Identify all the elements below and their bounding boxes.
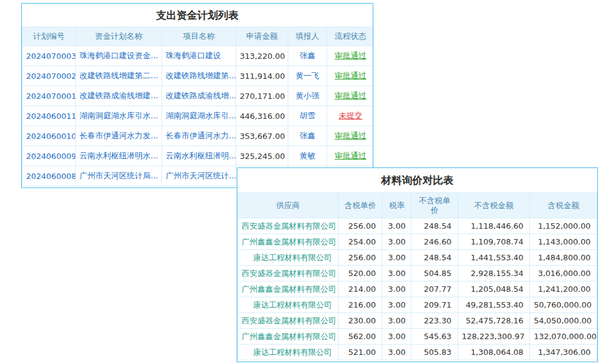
reporter-cell[interactable]: 张鑫 [288, 126, 327, 146]
amount-no-tax-cell: 1,109,708.74 [458, 234, 530, 250]
table-row: 广州鑫鑫金属材料有限公司254.003.00246.601,109,708.74… [238, 234, 597, 250]
supplier-cell[interactable]: 广州鑫鑫金属材料有限公司 [238, 281, 339, 297]
supplier-cell[interactable]: 康达工程材料有限公司 [238, 297, 339, 313]
table-row: 2024060009云南水利枢纽潜明水...云南水利枢纽潜明...325,245… [22, 146, 374, 166]
amount-with-tax-cell: 1,347,306.00 [530, 345, 597, 360]
fund-plan-name-cell[interactable]: 改建铁路线增建第二... [76, 66, 162, 86]
fund-plan-name-cell[interactable]: 广州市天河区统计局... [76, 166, 162, 186]
tax-rate-cell: 3.00 [382, 297, 412, 313]
column-header: 项目名称 [162, 27, 236, 46]
request-amount-cell: 270,171.00 [236, 86, 288, 106]
unit-price-with-tax-cell: 521.00 [338, 345, 382, 360]
tax-rate-cell: 3.00 [382, 313, 412, 329]
header-row: 计划编号资金计划名称项目名称申请金额填报人流程状态 [22, 27, 374, 46]
supplier-cell[interactable]: 西安盛器金属材料有限公司 [238, 218, 339, 234]
column-header: 不含税金额 [458, 193, 530, 218]
project-name-cell[interactable]: 广州市天河区统计... [162, 166, 236, 186]
plan-id-cell[interactable]: 2024070001 [22, 86, 76, 106]
material-quote-table-header: 供应商含税单价税率不含税单价不含税金额含税金额 [238, 193, 597, 218]
supplier-cell[interactable]: 西安盛器金属材料有限公司 [238, 266, 339, 281]
amount-no-tax-cell: 1,308,064.08 [458, 345, 530, 360]
supplier-cell[interactable]: 康达工程材料有限公司 [238, 345, 339, 360]
expenditure-plan-table: 计划编号资金计划名称项目名称申请金额填报人流程状态 2024070003珠海鹤港… [22, 27, 373, 186]
column-header: 填报人 [288, 27, 327, 46]
unit-price-no-tax-cell: 246.60 [412, 234, 458, 250]
supplier-cell[interactable]: 西安盛器金属材料有限公司 [238, 313, 339, 329]
request-amount-cell: 313,220.00 [236, 46, 288, 66]
workflow-status-cell[interactable]: 审批通过 [327, 146, 374, 166]
amount-no-tax-cell: 49,281,553.40 [458, 297, 530, 313]
tax-rate-cell: 3.00 [382, 234, 412, 250]
supplier-cell[interactable]: 康达工程材料有限公司 [238, 250, 339, 266]
reporter-cell[interactable]: 张鑫 [288, 46, 327, 66]
amount-with-tax-cell: 1,241,200.00 [530, 281, 597, 297]
table-row: 2024060011湖南洞庭湖水库引水...湖南洞庭湖水库引...446,316… [22, 106, 374, 126]
table-row: 康达工程材料有限公司216.003.00209.7149,281,553.405… [238, 297, 597, 313]
workflow-status-cell[interactable]: 审批通过 [327, 126, 374, 146]
project-name-cell[interactable]: 珠海鹤港口建设 [162, 46, 236, 66]
expenditure-plan-title: 支出资金计划列表 [22, 4, 373, 27]
reporter-cell[interactable]: 黄敏 [288, 146, 327, 166]
plan-id-cell[interactable]: 2024060008 [22, 166, 76, 186]
workflow-status-cell[interactable]: 审批通过 [327, 46, 374, 66]
workflow-status-cell[interactable]: 审批通过 [327, 66, 374, 86]
reporter-cell[interactable]: 胡雪 [288, 106, 327, 126]
plan-id-cell[interactable]: 2024060009 [22, 146, 76, 166]
amount-no-tax-cell: 2,928,155.34 [458, 266, 530, 281]
header-row: 供应商含税单价税率不含税单价不含税金额含税金额 [238, 193, 597, 218]
table-row: 西安盛器金属材料有限公司230.003.00223.3052,475,728.1… [238, 313, 597, 329]
fund-plan-name-cell[interactable]: 珠海鹤港口建设资金... [76, 46, 162, 66]
plan-id-cell[interactable]: 2024060010 [22, 126, 76, 146]
unit-price-no-tax-cell: 207.77 [412, 281, 458, 297]
supplier-cell[interactable]: 广州鑫鑫金属材料有限公司 [238, 234, 339, 250]
amount-no-tax-cell: 128,223,300.97 [458, 329, 530, 345]
amount-no-tax-cell: 1,205,048.54 [458, 281, 530, 297]
workflow-status-cell[interactable]: 审批通过 [327, 86, 374, 106]
unit-price-with-tax-cell: 230.00 [338, 313, 382, 329]
project-name-cell[interactable]: 长春市伊通河水力... [162, 126, 236, 146]
unit-price-with-tax-cell: 254.00 [338, 234, 382, 250]
tax-rate-cell: 3.00 [382, 218, 412, 234]
project-name-cell[interactable]: 云南水利枢纽潜明... [162, 146, 236, 166]
workflow-status-cell[interactable]: 未提交 [327, 106, 374, 126]
unit-price-no-tax-cell: 248.54 [412, 250, 458, 266]
tax-rate-cell: 3.00 [382, 329, 412, 345]
reporter-cell[interactable]: 黄一飞 [288, 66, 327, 86]
supplier-cell[interactable]: 广州鑫鑫金属材料有限公司 [238, 329, 339, 345]
amount-no-tax-cell: 52,475,728.16 [458, 313, 530, 329]
fund-plan-name-cell[interactable]: 改建铁路成渝线增建... [76, 86, 162, 106]
reporter-cell[interactable]: 黄小强 [288, 86, 327, 106]
fund-plan-name-cell[interactable]: 长春市伊通河水力发... [76, 126, 162, 146]
column-header: 计划编号 [22, 27, 76, 46]
amount-with-tax-cell: 132,070,000.00 [530, 329, 597, 345]
expenditure-plan-table-body: 2024070003珠海鹤港口建设资金...珠海鹤港口建设313,220.00张… [22, 46, 374, 186]
table-row: 康达工程材料有限公司521.003.00505.831,308,064.081,… [238, 345, 597, 360]
fund-plan-name-cell[interactable]: 云南水利枢纽潜明水... [76, 146, 162, 166]
project-name-cell[interactable]: 湖南洞庭湖水库引... [162, 106, 236, 126]
table-row: 西安盛器金属材料有限公司520.003.00504.852,928,155.34… [238, 266, 597, 281]
unit-price-with-tax-cell: 256.00 [338, 250, 382, 266]
table-row: 康达工程材料有限公司256.003.00248.541,441,553.401,… [238, 250, 597, 266]
unit-price-with-tax-cell: 562.00 [338, 329, 382, 345]
request-amount-cell: 353,667.00 [236, 126, 288, 146]
project-name-cell[interactable]: 改建铁路成渝线增... [162, 86, 236, 106]
unit-price-no-tax-cell: 505.83 [412, 345, 458, 360]
table-row: 2024060010长春市伊通河水力发...长春市伊通河水力...353,667… [22, 126, 374, 146]
amount-with-tax-cell: 1,152,000.00 [530, 218, 597, 234]
table-row: 2024070003珠海鹤港口建设资金...珠海鹤港口建设313,220.00张… [22, 46, 374, 66]
table-row: 2024070002改建铁路线增建第二...改建铁路线增建第...311,914… [22, 66, 374, 86]
material-quote-table: 供应商含税单价税率不含税单价不含税金额含税金额 西安盛器金属材料有限公司256.… [237, 192, 597, 360]
request-amount-cell: 446,316.00 [236, 106, 288, 126]
material-quote-panel: 材料询价对比表 供应商含税单价税率不含税单价不含税金额含税金额 西安盛器金属材料… [237, 167, 598, 362]
table-row: 广州鑫鑫金属材料有限公司562.003.00545.63128,223,300.… [238, 329, 597, 345]
unit-price-no-tax-cell: 504.85 [412, 266, 458, 281]
project-name-cell[interactable]: 改建铁路线增建第... [162, 66, 236, 86]
column-header: 含税单价 [338, 193, 382, 218]
fund-plan-name-cell[interactable]: 湖南洞庭湖水库引水... [76, 106, 162, 126]
plan-id-cell[interactable]: 2024070002 [22, 66, 76, 86]
tax-rate-cell: 3.00 [382, 281, 412, 297]
column-header: 申请金额 [236, 27, 288, 46]
tax-rate-cell: 3.00 [382, 266, 412, 281]
plan-id-cell[interactable]: 2024070003 [22, 46, 76, 66]
plan-id-cell[interactable]: 2024060011 [22, 106, 76, 126]
